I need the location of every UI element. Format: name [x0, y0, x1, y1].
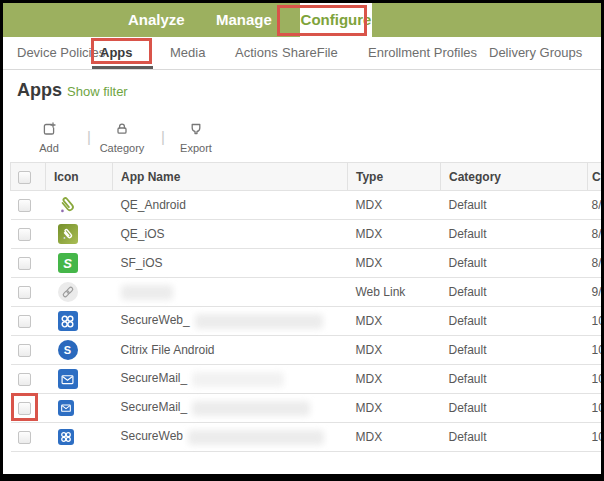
category-button[interactable]: Category — [99, 122, 145, 156]
subtab-sharefile[interactable]: ShareFile — [282, 45, 338, 60]
annotation-box-apps — [91, 38, 152, 64]
column-header-created: Cr — [588, 163, 602, 191]
app-category: Default — [441, 365, 588, 394]
app-category: Default — [441, 278, 588, 307]
subtab-actions[interactable]: Actions — [235, 45, 278, 60]
redacted-app-name — [121, 285, 173, 300]
active-tab-underline — [92, 66, 153, 69]
subtab-media[interactable]: Media — [170, 45, 205, 60]
subtab-apps[interactable]: Apps — [100, 45, 133, 60]
console-window: Analyze Manage Configure Device Policies… — [3, 3, 601, 474]
redacted-app-name — [188, 430, 324, 445]
secureweb-icon — [58, 311, 78, 331]
row-checkbox[interactable] — [18, 431, 31, 444]
pen-square-icon — [58, 224, 78, 244]
app-category: Default — [441, 220, 588, 249]
app-type: MDX — [348, 307, 441, 336]
row-checkbox[interactable] — [18, 373, 31, 386]
toolbar-separator: | — [161, 128, 165, 145]
app-name: SF_iOS — [121, 256, 163, 270]
category-icon — [115, 122, 129, 136]
app-created: 10 — [588, 394, 602, 423]
select-all-checkbox[interactable] — [18, 171, 31, 184]
column-header-type: Type — [348, 163, 441, 191]
app-category: Default — [441, 336, 588, 365]
column-header-icon: Icon — [46, 163, 113, 191]
table-row[interactable]: SecureWeb_ MDX Default 10 — [11, 307, 602, 336]
app-created: 10 — [588, 423, 602, 452]
app-created: 10 — [588, 307, 602, 336]
subtab-delivery-groups[interactable]: Delivery Groups — [489, 45, 582, 60]
table-row[interactable]: Web Link Default 9/ — [11, 278, 602, 307]
app-category: Default — [441, 307, 588, 336]
weblink-icon — [58, 282, 78, 302]
redacted-app-name — [195, 314, 323, 329]
table-header-row: Icon App Name Type Category Cr — [11, 163, 602, 191]
app-name: Citrix File Android — [121, 343, 215, 357]
export-label: Export — [180, 142, 212, 154]
app-type: MDX — [348, 394, 441, 423]
column-header-category: Category — [441, 163, 588, 191]
apps-table: Icon App Name Type Category Cr QE_Androi… — [10, 162, 601, 452]
toolbar: Add | Category | Export — [3, 122, 601, 156]
secureweb-icon — [58, 429, 74, 445]
row-checkbox[interactable] — [18, 199, 31, 212]
app-name: SecureWeb — [121, 429, 183, 443]
category-label: Category — [100, 142, 145, 154]
app-created: 8/ — [588, 191, 602, 220]
add-button[interactable]: Add — [31, 122, 67, 156]
app-name: SecureMail_ — [121, 371, 188, 385]
top-nav-bar: Analyze Manage Configure — [3, 3, 601, 37]
citrix-files-icon: S — [58, 340, 78, 360]
app-created: 9/ — [588, 278, 602, 307]
row-checkbox[interactable] — [18, 344, 31, 357]
page-title: Apps — [17, 80, 62, 101]
app-name: QE_iOS — [121, 227, 165, 241]
redacted-app-name — [192, 372, 284, 387]
app-type: MDX — [348, 191, 441, 220]
app-type: MDX — [348, 423, 441, 452]
app-category: Default — [441, 394, 588, 423]
export-icon — [189, 122, 203, 136]
table-row[interactable]: SecureMail_ MDX Default 10 — [11, 394, 602, 423]
row-checkbox[interactable] — [18, 228, 31, 241]
sharefile-icon: S — [58, 253, 78, 273]
tab-manage[interactable]: Manage — [216, 3, 272, 37]
table-row[interactable]: QE_Android MDX Default 8/ — [11, 191, 602, 220]
add-icon — [42, 122, 56, 136]
app-created: 8/ — [588, 220, 602, 249]
redacted-app-name — [192, 401, 310, 416]
app-name: SecureWeb_ — [121, 313, 190, 327]
column-header-app-name: App Name — [113, 163, 348, 191]
app-type: Web Link — [348, 278, 441, 307]
paperclip-icon — [58, 195, 78, 215]
add-label: Add — [39, 142, 59, 154]
app-type: MDX — [348, 249, 441, 278]
sub-nav-bar: Device Policies Apps Media Actions Share… — [3, 37, 601, 70]
table-row[interactable]: QE_iOS MDX Default 8/ — [11, 220, 602, 249]
app-name: QE_Android — [121, 198, 186, 212]
row-checkbox[interactable] — [18, 257, 31, 270]
export-button[interactable]: Export — [173, 122, 219, 156]
tab-configure[interactable]: Configure — [300, 3, 372, 37]
table-row[interactable]: S Citrix File Android MDX Default 10 — [11, 336, 602, 365]
subtab-enrollment-profiles[interactable]: Enrollment Profiles — [368, 45, 477, 60]
table-row[interactable]: SecureWeb MDX Default 10 — [11, 423, 602, 452]
row-checkbox[interactable] — [18, 315, 31, 328]
annotation-box-configure — [277, 5, 367, 36]
toolbar-separator: | — [87, 128, 91, 145]
app-name: SecureMail_ — [121, 400, 188, 414]
app-type: MDX — [348, 220, 441, 249]
securemail-icon — [58, 400, 74, 416]
table-row[interactable]: SecureMail_ MDX Default 10 — [11, 365, 602, 394]
app-type: MDX — [348, 336, 441, 365]
table-row[interactable]: S SF_iOS MDX Default 8/ — [11, 249, 602, 278]
row-checkbox[interactable] — [18, 286, 31, 299]
app-category: Default — [441, 249, 588, 278]
app-category: Default — [441, 191, 588, 220]
show-filter-link[interactable]: Show filter — [67, 84, 128, 99]
annotation-box-checkbox — [11, 393, 38, 421]
tab-analyze[interactable]: Analyze — [128, 3, 185, 37]
securemail-icon — [58, 369, 78, 389]
app-type: MDX — [348, 365, 441, 394]
